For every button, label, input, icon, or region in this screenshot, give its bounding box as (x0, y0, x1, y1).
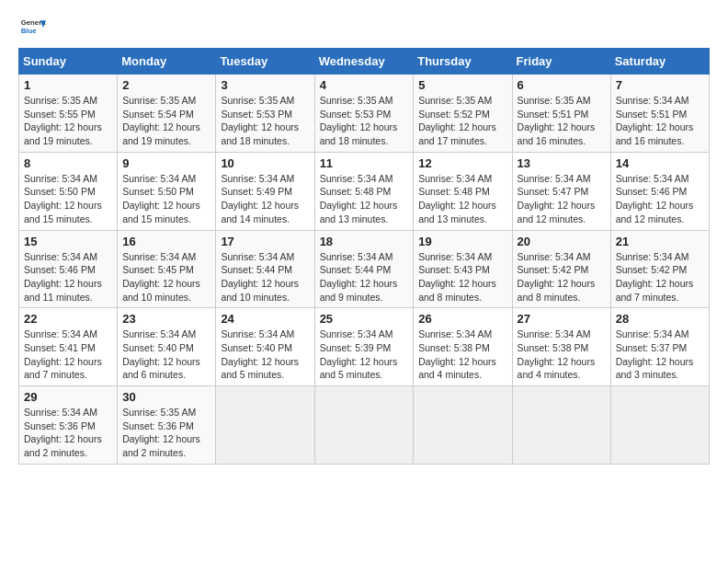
calendar-header-row: SundayMondayTuesdayWednesdayThursdayFrid… (19, 49, 710, 75)
day-number: 23 (122, 312, 210, 326)
day-number: 14 (616, 156, 704, 170)
day-info: Sunrise: 5:34 AM Sunset: 5:44 PM Dayligh… (320, 250, 409, 304)
day-number: 29 (24, 390, 112, 404)
calendar-cell: 10 Sunrise: 5:34 AM Sunset: 5:49 PM Dayl… (216, 152, 314, 230)
calendar-cell (216, 386, 314, 465)
calendar-cell: 24 Sunrise: 5:34 AM Sunset: 5:40 PM Dayl… (216, 308, 314, 386)
calendar-cell: 11 Sunrise: 5:34 AM Sunset: 5:48 PM Dayl… (314, 152, 414, 230)
day-info: Sunrise: 5:35 AM Sunset: 5:36 PM Dayligh… (122, 406, 210, 460)
day-info: Sunrise: 5:34 AM Sunset: 5:50 PM Dayligh… (122, 172, 210, 226)
day-info: Sunrise: 5:34 AM Sunset: 5:38 PM Dayligh… (518, 327, 606, 382)
calendar-week-5: 29 Sunrise: 5:34 AM Sunset: 5:36 PM Dayl… (19, 386, 710, 465)
day-number: 9 (122, 156, 210, 170)
day-number: 10 (221, 156, 309, 170)
day-info: Sunrise: 5:34 AM Sunset: 5:36 PM Dayligh… (24, 406, 112, 460)
day-number: 13 (518, 156, 606, 170)
calendar-cell: 2 Sunrise: 5:35 AM Sunset: 5:54 PM Dayli… (118, 75, 216, 153)
calendar-cell: 22 Sunrise: 5:34 AM Sunset: 5:41 PM Dayl… (19, 308, 118, 386)
logo: General Blue (18, 15, 46, 40)
day-info: Sunrise: 5:34 AM Sunset: 5:38 PM Dayligh… (418, 327, 506, 382)
day-number: 24 (221, 312, 309, 326)
day-info: Sunrise: 5:34 AM Sunset: 5:37 PM Dayligh… (616, 327, 704, 382)
calendar-cell: 12 Sunrise: 5:34 AM Sunset: 5:48 PM Dayl… (414, 152, 512, 230)
header-thursday: Thursday (414, 49, 512, 75)
day-info: Sunrise: 5:34 AM Sunset: 5:46 PM Dayligh… (24, 250, 112, 304)
day-info: Sunrise: 5:34 AM Sunset: 5:44 PM Dayligh… (221, 250, 309, 304)
header-saturday: Saturday (610, 49, 709, 75)
day-info: Sunrise: 5:35 AM Sunset: 5:55 PM Dayligh… (24, 94, 112, 148)
calendar-cell (314, 386, 414, 465)
calendar-cell: 29 Sunrise: 5:34 AM Sunset: 5:36 PM Dayl… (19, 386, 118, 465)
calendar-cell: 23 Sunrise: 5:34 AM Sunset: 5:40 PM Dayl… (118, 308, 216, 386)
calendar-cell: 5 Sunrise: 5:35 AM Sunset: 5:52 PM Dayli… (414, 75, 512, 153)
header-friday: Friday (512, 49, 610, 75)
day-info: Sunrise: 5:34 AM Sunset: 5:49 PM Dayligh… (221, 172, 309, 226)
day-info: Sunrise: 5:34 AM Sunset: 5:42 PM Dayligh… (616, 250, 704, 304)
day-number: 17 (221, 235, 309, 248)
day-info: Sunrise: 5:34 AM Sunset: 5:42 PM Dayligh… (518, 250, 606, 304)
day-number: 16 (122, 235, 210, 248)
day-info: Sunrise: 5:34 AM Sunset: 5:39 PM Dayligh… (320, 327, 409, 382)
day-number: 3 (221, 78, 309, 92)
day-number: 25 (320, 312, 409, 326)
day-number: 28 (616, 312, 704, 326)
day-number: 27 (518, 312, 606, 326)
day-number: 4 (320, 78, 409, 92)
calendar-cell (610, 386, 709, 465)
day-number: 11 (320, 156, 409, 170)
calendar-cell: 27 Sunrise: 5:34 AM Sunset: 5:38 PM Dayl… (512, 308, 610, 386)
calendar-week-1: 1 Sunrise: 5:35 AM Sunset: 5:55 PM Dayli… (19, 75, 710, 153)
calendar-cell: 8 Sunrise: 5:34 AM Sunset: 5:50 PM Dayli… (19, 152, 118, 230)
day-number: 30 (122, 390, 210, 404)
day-number: 18 (320, 235, 409, 248)
day-info: Sunrise: 5:35 AM Sunset: 5:52 PM Dayligh… (418, 94, 506, 148)
day-info: Sunrise: 5:34 AM Sunset: 5:40 PM Dayligh… (122, 327, 210, 382)
calendar-week-3: 15 Sunrise: 5:34 AM Sunset: 5:46 PM Dayl… (19, 230, 710, 308)
calendar-cell: 25 Sunrise: 5:34 AM Sunset: 5:39 PM Dayl… (314, 308, 414, 386)
day-number: 15 (24, 235, 112, 248)
day-number: 8 (24, 156, 112, 170)
header-monday: Monday (118, 49, 216, 75)
day-number: 2 (122, 78, 210, 92)
day-info: Sunrise: 5:34 AM Sunset: 5:47 PM Dayligh… (518, 172, 606, 226)
logo-icon: General Blue (20, 15, 46, 40)
day-info: Sunrise: 5:34 AM Sunset: 5:41 PM Dayligh… (24, 327, 112, 382)
calendar-cell: 9 Sunrise: 5:34 AM Sunset: 5:50 PM Dayli… (118, 152, 216, 230)
calendar-week-4: 22 Sunrise: 5:34 AM Sunset: 5:41 PM Dayl… (19, 308, 710, 386)
header-sunday: Sunday (19, 49, 118, 75)
calendar-cell (414, 386, 512, 465)
calendar-cell: 4 Sunrise: 5:35 AM Sunset: 5:53 PM Dayli… (314, 75, 414, 153)
calendar-cell: 14 Sunrise: 5:34 AM Sunset: 5:46 PM Dayl… (610, 152, 709, 230)
svg-text:Blue: Blue (21, 27, 38, 35)
header-tuesday: Tuesday (216, 49, 314, 75)
calendar-cell: 13 Sunrise: 5:34 AM Sunset: 5:47 PM Dayl… (512, 152, 610, 230)
calendar-cell: 15 Sunrise: 5:34 AM Sunset: 5:46 PM Dayl… (19, 230, 118, 308)
calendar-week-2: 8 Sunrise: 5:34 AM Sunset: 5:50 PM Dayli… (19, 152, 710, 230)
calendar-cell: 18 Sunrise: 5:34 AM Sunset: 5:44 PM Dayl… (314, 230, 414, 308)
day-info: Sunrise: 5:35 AM Sunset: 5:54 PM Dayligh… (122, 94, 210, 148)
day-info: Sunrise: 5:35 AM Sunset: 5:51 PM Dayligh… (518, 94, 606, 148)
day-info: Sunrise: 5:34 AM Sunset: 5:43 PM Dayligh… (418, 250, 506, 304)
calendar-cell: 21 Sunrise: 5:34 AM Sunset: 5:42 PM Dayl… (610, 230, 709, 308)
calendar-cell: 20 Sunrise: 5:34 AM Sunset: 5:42 PM Dayl… (512, 230, 610, 308)
calendar-cell: 6 Sunrise: 5:35 AM Sunset: 5:51 PM Dayli… (512, 75, 610, 153)
day-number: 12 (418, 156, 506, 170)
calendar-cell: 3 Sunrise: 5:35 AM Sunset: 5:53 PM Dayli… (216, 75, 314, 153)
day-number: 7 (616, 78, 704, 92)
calendar-cell: 19 Sunrise: 5:34 AM Sunset: 5:43 PM Dayl… (414, 230, 512, 308)
calendar-cell: 28 Sunrise: 5:34 AM Sunset: 5:37 PM Dayl… (610, 308, 709, 386)
day-info: Sunrise: 5:34 AM Sunset: 5:45 PM Dayligh… (122, 250, 210, 304)
calendar-cell: 7 Sunrise: 5:34 AM Sunset: 5:51 PM Dayli… (610, 75, 709, 153)
day-number: 6 (518, 78, 606, 92)
day-info: Sunrise: 5:35 AM Sunset: 5:53 PM Dayligh… (320, 94, 409, 148)
calendar-cell: 26 Sunrise: 5:34 AM Sunset: 5:38 PM Dayl… (414, 308, 512, 386)
day-info: Sunrise: 5:34 AM Sunset: 5:46 PM Dayligh… (616, 172, 704, 226)
day-number: 19 (418, 235, 506, 248)
day-number: 5 (418, 78, 506, 92)
day-info: Sunrise: 5:35 AM Sunset: 5:53 PM Dayligh… (221, 94, 309, 148)
day-info: Sunrise: 5:34 AM Sunset: 5:48 PM Dayligh… (320, 172, 409, 226)
day-number: 26 (418, 312, 506, 326)
calendar: SundayMondayTuesdayWednesdayThursdayFrid… (18, 48, 710, 465)
day-info: Sunrise: 5:34 AM Sunset: 5:40 PM Dayligh… (221, 327, 309, 382)
calendar-cell: 16 Sunrise: 5:34 AM Sunset: 5:45 PM Dayl… (118, 230, 216, 308)
